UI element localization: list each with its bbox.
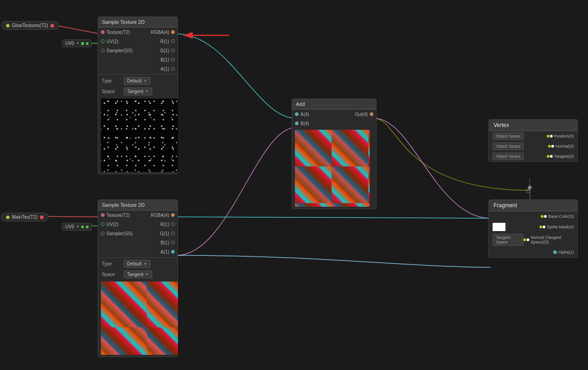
fragment-normal-port <box>523 238 529 241</box>
texture-input-port <box>101 30 105 34</box>
a-output-port <box>171 67 175 71</box>
texture-preview-2 <box>101 282 178 355</box>
texture-preview-1 <box>101 99 178 172</box>
fragment-basecolor-port <box>541 215 547 218</box>
b-output-port <box>171 58 175 61</box>
vertex-tangent-port <box>547 155 553 158</box>
uv-row-1: UV(2) R(1) <box>98 37 178 46</box>
sampler-input-port <box>101 49 105 52</box>
glowtex-label: GlowTextures(T2) <box>1 21 59 30</box>
sampler-row-1: Sampler(SS) G(1) <box>98 46 178 55</box>
uv-input-port <box>101 39 105 43</box>
g-output-port <box>171 49 175 52</box>
add-b-row: B(4) <box>292 119 376 128</box>
rgba-output-port-2 <box>171 213 175 217</box>
fragment-normal-row: Tangent Space Normal (Tangent Space)(3) <box>489 232 577 247</box>
g-output-port-2 <box>171 232 175 235</box>
add-out-port <box>370 112 373 116</box>
sampler-input-port-2 <box>101 232 105 235</box>
sample-texture-node-2: Sample Texture 2D Texture(T2) RGBA(4) UV… <box>98 199 178 357</box>
r-output-port <box>171 39 175 43</box>
add-a-row: A(4) Out(4) <box>292 110 376 119</box>
type-row-1: Type Default ▼ <box>98 76 178 86</box>
fragment-alpha-port <box>553 250 557 254</box>
add-a-port <box>295 112 299 116</box>
b-output-port-2 <box>171 241 175 244</box>
vertex-node: Vertex Object Space Position(3) Object S… <box>488 119 578 162</box>
fragment-spritemask-port <box>539 226 545 228</box>
add-node-preview <box>295 130 370 207</box>
space-row-2: Space Tangent ▼ <box>98 269 178 280</box>
node-connector-circle <box>526 189 530 193</box>
vertex-position-port <box>547 135 553 138</box>
a-row-2: A(1) <box>98 247 178 256</box>
sample-texture-node-1: Sample Texture 2D Texture(T2) RGBA(4) UV… <box>98 17 178 174</box>
uv0-top[interactable]: UV0 ▼ <box>62 39 92 47</box>
b-row-1: B(1) <box>98 55 178 64</box>
uv-row-2: UV(2) R(1) <box>98 220 178 229</box>
svg-line-2 <box>41 216 100 217</box>
add-b-port <box>295 121 299 125</box>
a-row-1: A(1) <box>98 64 178 73</box>
vertex-normal-port <box>548 145 554 148</box>
texture-input-port-2 <box>101 213 105 217</box>
fragment-alpha-row: Alpha(1) <box>489 247 577 257</box>
fragment-spritemask-row: Sprite Mask(4) <box>489 221 577 232</box>
uv0-bottom[interactable]: UV0 ▼ <box>62 223 92 231</box>
r-output-port-2 <box>171 222 175 226</box>
uv-input-port-2 <box>101 222 105 226</box>
type-row-2: Type Default ▼ <box>98 259 178 269</box>
b-row-2: B(1) <box>98 238 178 247</box>
rgba-output-port <box>171 30 175 34</box>
vertex-tangent-row: Object Space Tangent(3) <box>489 151 577 161</box>
texture-row-1: Texture(T2) RGBA(4) <box>98 28 178 37</box>
sprite-mask-preview <box>493 223 505 231</box>
vertex-normal-row: Object Space Normal(3) <box>489 141 577 151</box>
add-node: Add A(4) Out(4) B(4) <box>292 99 377 209</box>
fragment-node: Fragment Base Color(3) Sprite Mask(4) Ta… <box>488 199 578 258</box>
space-row-1: Space Tangent ▼ <box>98 86 178 97</box>
maintex-label: MainTex(T2) <box>1 213 49 221</box>
sampler-row-2: Sampler(SS) G(1) <box>98 229 178 238</box>
fragment-basecolor-row: Base Color(3) <box>489 211 577 221</box>
texture-row-2: Texture(T2) RGBA(4) <box>98 210 178 220</box>
vertex-position-row: Object Space Position(3) <box>489 131 577 141</box>
a-output-port-2 <box>171 250 175 254</box>
